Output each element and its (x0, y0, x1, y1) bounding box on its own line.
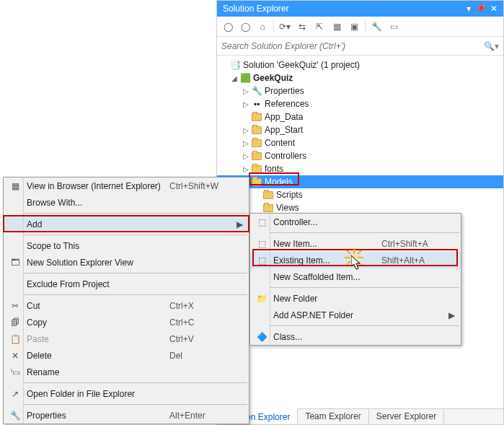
context-menu-add: ⬚ Controller... ⬚ New Item... Ctrl+Shift… (249, 213, 461, 346)
existing-item-icon: ⬚ (253, 255, 270, 266)
project-node[interactable]: ◢🟩 GeekQuiz (217, 71, 503, 84)
show-all-button[interactable]: ▦ (329, 19, 345, 35)
home-button[interactable]: ⌂ (255, 19, 270, 35)
paste-icon: 📋 (6, 334, 24, 344)
tree-node-models[interactable]: ▷ Models (217, 175, 503, 188)
menu-new-explorer-view[interactable]: 🗔 New Solution Explorer View (4, 254, 249, 271)
references-icon: ▪▪ (251, 98, 262, 110)
tree-node-references[interactable]: ▷▪▪ References (217, 97, 503, 110)
cut-icon: ✂ (6, 301, 24, 311)
folder-icon (263, 191, 273, 199)
tree: 📑 Solution 'GeekQuiz' (1 project) ◢🟩 Gee… (217, 56, 503, 217)
project-icon: 🟩 (239, 72, 251, 84)
folder-icon (252, 139, 262, 147)
menu-exclude[interactable]: Exclude From Project (4, 276, 249, 292)
menu-browse-with[interactable]: Browse With... (4, 194, 249, 211)
folder-icon (263, 204, 273, 212)
menu-cut[interactable]: ✂ Cut Ctrl+X (4, 297, 249, 314)
tree-node-scripts[interactable]: Scripts (217, 188, 503, 201)
folder-icon (252, 126, 262, 134)
menu-rename[interactable]: ᴵ▭ Rename (4, 364, 249, 380)
tree-node-appdata[interactable]: App_Data (217, 110, 503, 123)
search-icon[interactable]: 🔍▾ (484, 41, 499, 51)
class-icon: 🔷 (253, 332, 270, 342)
tree-node-fonts[interactable]: ▷ fonts (217, 162, 503, 175)
refresh-button[interactable]: ⟳▾ (277, 19, 293, 35)
browser-icon: ▦ (6, 181, 24, 191)
menu-view-in-browser[interactable]: ▦ View in Browser (Internet Explorer) Ct… (4, 178, 249, 194)
menu-add[interactable]: Add ▶ (4, 216, 249, 232)
tab-team-explorer[interactable]: Team Explorer (298, 409, 368, 424)
submenu-arrow-icon: ▶ (446, 310, 455, 320)
menu-new-folder[interactable]: 📁 New Folder (250, 290, 461, 307)
open-folder-icon: ↗ (6, 389, 24, 399)
solution-node[interactable]: 📑 Solution 'GeekQuiz' (1 project) (217, 58, 503, 71)
tree-node-controllers[interactable]: ▷ Controllers (217, 149, 503, 162)
properties-button[interactable]: 🔧 (368, 19, 384, 35)
bottom-tabs: Solution Explorer Team Explorer Server E… (217, 408, 503, 424)
folder-icon (252, 165, 262, 173)
back-button[interactable]: ◯ (220, 19, 236, 35)
dropdown-icon[interactable]: ▾ (467, 1, 471, 17)
menu-aspnet-folder[interactable]: Add ASP.NET Folder ▶ (250, 307, 461, 323)
delete-icon: ✕ (6, 351, 24, 361)
menu-class[interactable]: 🔷 Class... (250, 328, 461, 345)
panel-title-bar: Solution Explorer ▾ 📌 ✕ (217, 1, 503, 17)
sync-button[interactable]: ⇆ (294, 19, 310, 35)
submenu-arrow-icon: ▶ (234, 219, 243, 229)
tree-node-appstart[interactable]: ▷ App_Start (217, 123, 503, 136)
copy-icon: 🗐 (6, 317, 24, 328)
view-button[interactable]: ▭ (386, 19, 402, 35)
new-item-icon: ⬚ (253, 239, 270, 249)
tree-node-content[interactable]: ▷ Content (217, 136, 503, 149)
menu-controller[interactable]: ⬚ Controller... (250, 214, 461, 230)
search-row: 🔍▾ (217, 37, 503, 56)
window-icon: 🗔 (6, 258, 24, 268)
menu-new-item[interactable]: ⬚ New Item... Ctrl+Shift+A (250, 235, 461, 252)
menu-existing-item[interactable]: ⬚ Existing Item... Shift+Alt+A (250, 252, 461, 268)
controller-icon: ⬚ (253, 217, 270, 227)
menu-properties[interactable]: 🔧 Properties Alt+Enter (4, 407, 249, 424)
menu-scope[interactable]: Scope to This (4, 237, 249, 254)
menu-scaffolded[interactable]: New Scaffolded Item... (250, 268, 461, 285)
new-folder-icon: 📁 (253, 294, 270, 304)
collapse-button[interactable]: ⇱ (311, 19, 327, 35)
menu-open-folder[interactable]: ↗ Open Folder in File Explorer (4, 385, 249, 402)
forward-button[interactable]: ◯ (237, 19, 253, 35)
properties-icon: 🔧 (6, 411, 24, 421)
close-icon[interactable]: ✕ (490, 1, 498, 17)
menu-delete[interactable]: ✕ Delete Del (4, 347, 249, 364)
context-menu-main: ▦ View in Browser (Internet Explorer) Ct… (3, 177, 249, 424)
menu-copy[interactable]: 🗐 Copy Ctrl+C (4, 314, 249, 330)
menu-paste: 📋 Paste Ctrl+V (4, 330, 249, 347)
tree-node-properties[interactable]: ▷🔧 Properties (217, 84, 503, 97)
search-input[interactable] (221, 41, 484, 51)
pin-icon[interactable]: 📌 (475, 1, 486, 17)
panel-title: Solution Explorer (223, 1, 288, 17)
rename-icon: ᴵ▭ (6, 367, 24, 377)
solution-icon: 📑 (229, 59, 241, 71)
preview-button[interactable]: ▣ (346, 19, 362, 35)
tab-server-explorer[interactable]: Server Explorer (369, 409, 444, 424)
toolbar: ◯ ◯ ⌂ ⟳▾ ⇆ ⇱ ▦ ▣ 🔧 ▭ (217, 17, 503, 37)
wrench-icon: 🔧 (251, 85, 262, 97)
folder-icon (252, 152, 262, 160)
folder-icon (252, 113, 262, 121)
folder-icon (252, 178, 262, 186)
